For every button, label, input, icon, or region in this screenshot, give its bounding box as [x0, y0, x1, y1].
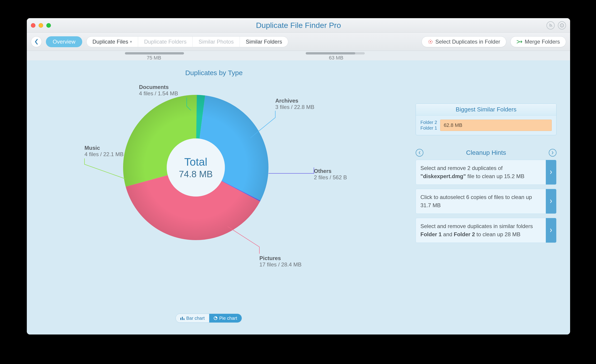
svg-point-0: [549, 26, 550, 27]
play-icon: [550, 199, 552, 203]
chart-area: Duplicates by Type: [41, 67, 387, 321]
similar-folders-size: 63 MB: [329, 55, 343, 61]
hint-item[interactable]: Select and remove 2 duplicates of "diske…: [416, 160, 557, 185]
zoom-window-button[interactable]: [46, 23, 51, 28]
minimize-window-button[interactable]: [39, 23, 43, 28]
chart-title: Duplicates by Type: [41, 69, 387, 77]
total-label: Total: [184, 156, 207, 168]
window-controls: [31, 23, 51, 28]
label-archives: Archives 3 files / 22.8 MB: [275, 98, 314, 110]
hint-item[interactable]: Select and remove duplicates in similar …: [416, 218, 557, 243]
overview-label: Overview: [53, 39, 75, 45]
svg-rect-8: [180, 318, 181, 320]
hint-text: Select and remove 2 duplicates of "diske…: [416, 160, 546, 184]
hint-go-button[interactable]: [546, 160, 556, 184]
hint-item[interactable]: Click to autoselect 6 copies of files to…: [416, 189, 557, 214]
content-area: Duplicates by Type: [27, 60, 570, 335]
similar-folders-track: [306, 52, 365, 54]
hints-prev-button[interactable]: [416, 149, 423, 157]
svg-rect-10: [184, 318, 184, 320]
chart-type-toggle: Bar chart Pie chart: [176, 314, 242, 323]
toolbar: Overview Duplicate Files ▾ Duplicate Fol…: [27, 33, 570, 51]
segment-similar-folders[interactable]: Similar Folders: [240, 36, 288, 47]
play-icon: [550, 228, 552, 232]
label-music: Music 4 files / 22.1 MB: [84, 145, 124, 158]
toggle-pie-chart[interactable]: Pie chart: [209, 314, 242, 322]
hint-text: Select and remove duplicates in similar …: [416, 218, 546, 243]
hint-text: Click to autoselect 6 copies of files to…: [416, 189, 546, 214]
info-icon[interactable]: [558, 21, 566, 29]
panel-title: Biggest Similar Folders: [416, 104, 556, 116]
dup-files-track: [125, 52, 184, 54]
dup-files-size: 75 MB: [147, 55, 161, 61]
toggle-bar-chart[interactable]: Bar chart: [176, 314, 209, 322]
biggest-similar-folders-panel: Biggest Similar Folders Folder 2 Folder …: [416, 103, 557, 135]
titlebar: Duplicate File Finder Pro: [27, 18, 570, 33]
rss-icon[interactable]: [546, 21, 555, 29]
svg-rect-9: [182, 317, 183, 320]
chevron-left-icon: [34, 39, 38, 45]
play-icon: [550, 170, 552, 174]
app-title: Duplicate File Finder Pro: [256, 21, 341, 30]
label-pictures: Pictures 17 files / 28.4 MB: [259, 255, 301, 268]
merge-icon: [516, 39, 522, 44]
back-button[interactable]: [31, 36, 42, 47]
donut-chart: Total 74.8 MB Documents 4 files: [41, 81, 387, 290]
cleanup-hints: Cleanup Hints Select and remove 2 duplic…: [416, 149, 557, 243]
segment-similar-photos[interactable]: Similar Photos: [192, 36, 240, 47]
segment-duplicate-folders[interactable]: Duplicate Folders: [138, 36, 192, 47]
overview-pill[interactable]: Overview: [46, 36, 82, 47]
right-column: Biggest Similar Folders Folder 2 Folder …: [416, 103, 557, 247]
folder-pair-names: Folder 2 Folder 1: [420, 120, 437, 131]
total-value: 74.8 MB: [179, 169, 213, 179]
bar-chart-icon: [180, 316, 184, 320]
hint-go-button[interactable]: [546, 189, 556, 214]
target-icon: [428, 39, 433, 44]
folder-size-bar[interactable]: 62.8 MB: [440, 120, 552, 131]
donut-center: Total 74.8 MB: [123, 95, 268, 240]
hints-next-button[interactable]: [549, 149, 557, 157]
merge-folders-button[interactable]: Merge Folders: [510, 36, 566, 47]
chevron-right-icon: [551, 151, 554, 154]
segment-duplicate-files[interactable]: Duplicate Files ▾: [87, 36, 138, 47]
hint-go-button[interactable]: [546, 218, 556, 243]
label-documents: Documents 4 files / 1.54 MB: [139, 84, 178, 97]
svg-point-3: [562, 24, 562, 25]
view-segments: Duplicate Files ▾ Duplicate Folders Simi…: [86, 36, 288, 47]
hints-title: Cleanup Hints: [423, 149, 549, 156]
segment-size-bar: 75 MB 63 MB: [27, 51, 570, 60]
svg-point-5: [430, 41, 431, 42]
app-window: Duplicate File Finder Pro Overview Dupli: [27, 18, 570, 335]
label-others: Others 2 files / 562 B: [314, 168, 347, 181]
chevron-left-icon: [418, 151, 421, 154]
select-duplicates-button[interactable]: Select Duplicates in Folder: [422, 36, 506, 47]
pie-chart-icon: [214, 316, 217, 320]
dropdown-caret-icon: ▾: [130, 39, 132, 44]
close-window-button[interactable]: [31, 23, 35, 28]
